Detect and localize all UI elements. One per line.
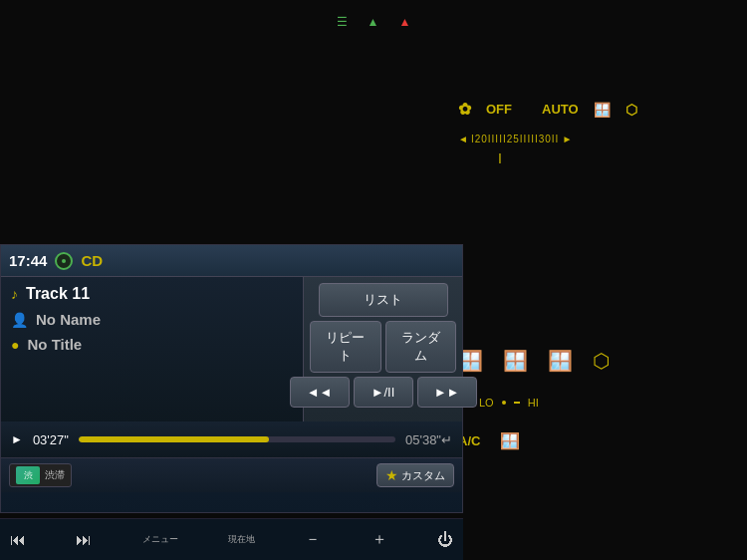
traffic-info: 渋 渋滞 — [9, 463, 72, 487]
track-area: ♪ Track 11 👤 No Name ● No Title リスト リピート… — [1, 277, 462, 421]
now-playing-label: 現在地 — [228, 533, 255, 546]
bottom-bar: 渋 渋滞 ★ カスタム — [1, 457, 462, 492]
custom-button[interactable]: ★ カスタム — [376, 463, 454, 487]
random-button[interactable]: ランダム — [385, 321, 457, 373]
nav-back-button[interactable]: ⏮ — [10, 531, 26, 549]
fan-icon: ✿ — [458, 100, 471, 119]
nav-skip-button[interactable]: ⏭ — [76, 531, 92, 549]
control-buttons: リスト リピート ランダム ◄◄ ►/II ►► — [303, 277, 462, 421]
vent-row: 🪟 🪟 🪟 ⬡ — [458, 349, 737, 373]
current-time: 03'27" — [33, 432, 69, 447]
climate-area: ✿ OFF AUTO 🪟 ⬡ ◄ I20IIIII25IIIII30II ► I — [458, 100, 737, 167]
next-button[interactable]: ►► — [417, 377, 477, 408]
track-info: ♪ Track 11 👤 No Name ● No Title — [1, 277, 303, 421]
vol-plus-button[interactable]: ＋ — [372, 529, 387, 550]
artist-name: No Name — [36, 311, 101, 328]
defroster-icon: 🪟 — [594, 102, 611, 118]
fan-off-label: OFF — [486, 102, 512, 117]
album-row: ● No Title — [11, 336, 293, 353]
repeat-button[interactable]: リピート — [310, 321, 381, 373]
total-time: 05'38"↵ — [405, 432, 452, 447]
disc-icon: ● — [11, 337, 19, 353]
gauge-needle: I — [498, 150, 502, 166]
star-icon: ★ — [385, 467, 398, 483]
vol-plus-icon: ＋ — [372, 529, 387, 550]
screen-header: 17:44 CD — [1, 245, 462, 277]
list-button[interactable]: リスト — [319, 283, 448, 317]
fan-dot-1 — [502, 401, 506, 405]
play-pause-button[interactable]: ►/II — [354, 377, 413, 408]
auto-label: AUTO — [542, 102, 579, 117]
back-icon: ⏮ — [10, 531, 26, 549]
mirror-icon: ⬡ — [625, 102, 637, 118]
green-indicator: ▲ — [368, 15, 379, 29]
transport-row: ◄◄ ►/II ►► — [310, 377, 456, 408]
vent-icon-4: ⬡ — [593, 349, 610, 373]
skip-icon: ⏭ — [76, 531, 92, 549]
hi-label: HI — [528, 397, 539, 409]
vol-minus-icon: － — [305, 529, 321, 550]
source-label: CD — [81, 252, 103, 269]
menu-icon: ☰ — [337, 15, 348, 29]
traffic-icon-text: 渋 — [24, 469, 33, 482]
gauge-bar-area: I — [458, 149, 737, 167]
cd-icon — [55, 252, 73, 270]
track-name-row: ♪ Track 11 — [11, 285, 293, 303]
gauge-left-arrow: ◄ — [458, 134, 468, 144]
menu-label: メニュー — [142, 533, 178, 546]
ac-row: A/C 🪟 — [458, 431, 737, 450]
vol-minus-button[interactable]: － — [305, 529, 321, 550]
list-btn-row: リスト — [310, 283, 456, 317]
custom-label: カスタム — [401, 468, 445, 483]
fan-dash — [514, 402, 520, 404]
vent-icon-3: 🪟 — [548, 349, 573, 373]
music-note-icon: ♪ — [11, 286, 18, 302]
lo-label: LO — [479, 397, 494, 409]
progress-area: ► 03'27" 05'38"↵ — [1, 421, 462, 457]
vent-icon-2: 🪟 — [503, 349, 528, 373]
power-button[interactable]: ⏻ — [437, 531, 453, 549]
artist-row: 👤 No Name — [11, 311, 293, 328]
nav-menu-button[interactable]: メニュー — [142, 533, 178, 546]
seat-controls: 🪟 🪟 🪟 ⬡ ✿ LO HI A/C 🪟 — [458, 349, 737, 450]
album-name: No Title — [27, 336, 82, 353]
ac-icon: 🪟 — [500, 431, 520, 450]
traffic-text: 渋滞 — [45, 468, 65, 482]
gauge-text: I20IIIII25IIIII30II — [471, 134, 560, 144]
traffic-icon: 渋 — [16, 466, 40, 484]
fan-gauge: ◄ I20IIIII25IIIII30II ► — [458, 134, 737, 144]
red-indicator: ▲ — [399, 15, 411, 29]
progress-fill — [79, 436, 269, 442]
power-icon: ⏻ — [437, 531, 453, 549]
cd-icon-inner — [62, 259, 66, 263]
time-display: 17:44 — [9, 252, 47, 269]
climate-top-row: ✿ OFF AUTO 🪟 ⬡ — [458, 100, 737, 119]
top-icons-area: ☰ ▲ ▲ — [0, 10, 747, 34]
repeat-random-row: リピート ランダム — [310, 321, 456, 373]
nav-center: 現在地 — [228, 533, 255, 546]
prev-button[interactable]: ◄◄ — [290, 377, 350, 408]
progress-bar-container[interactable] — [79, 436, 395, 442]
fan-lo-hi-row: ✿ LO HI — [458, 393, 737, 412]
play-state-icon: ► — [11, 432, 23, 446]
gauge-right-arrow: ► — [562, 134, 572, 144]
track-name: Track 11 — [26, 285, 90, 303]
bottom-nav: ⏮ ⏭ メニュー 現在地 － ＋ ⏻ — [0, 518, 463, 560]
person-icon: 👤 — [11, 312, 28, 328]
main-screen: 17:44 CD ♪ Track 11 👤 No Name ● No Title — [0, 244, 463, 513]
